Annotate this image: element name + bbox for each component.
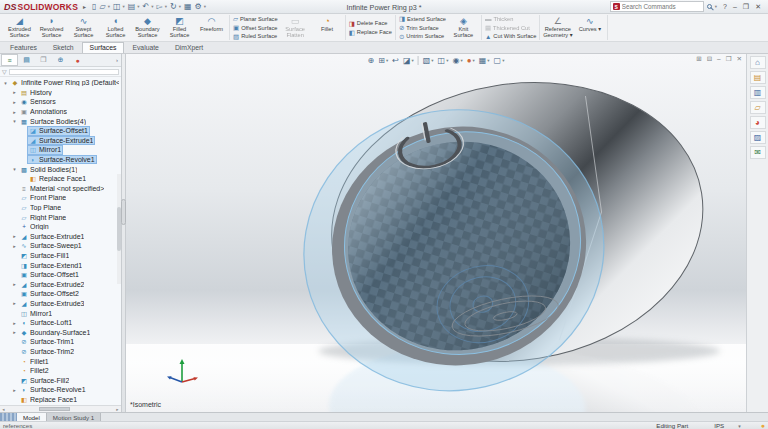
tree-item-surface-offset1[interactable]: ◪Surface-Offset1 xyxy=(0,126,121,136)
tree-caret-icon[interactable]: ▸ xyxy=(11,109,18,115)
tree-item-boundary-surface1[interactable]: ▸◆Boundary-Surface1 xyxy=(0,327,121,337)
zoom-to-fit-button[interactable]: ⊕ xyxy=(368,56,375,65)
search-commands-input[interactable] xyxy=(622,3,700,10)
tree-caret-icon[interactable]: ▸ xyxy=(11,387,18,393)
swept-surface-button[interactable]: ∿Swept Surface xyxy=(68,15,99,40)
view-palette-icon[interactable]: ▱ xyxy=(750,101,766,114)
tree-item-origin[interactable]: +Origin xyxy=(0,222,121,232)
search-icon[interactable] xyxy=(707,4,712,9)
edit-appearance-dropdown-icon[interactable]: ▾ xyxy=(473,58,475,63)
select-icon[interactable]: ▻ xyxy=(156,1,164,13)
panel-flyout-icon[interactable]: › xyxy=(114,57,120,63)
tree-item-mirror1[interactable]: ◫Mirror1 xyxy=(0,308,121,318)
tree-item-infinite-power-ring-p3-default-default-display[interactable]: ▾◆Infinite Power Ring p3 (Default<<Defau… xyxy=(0,78,121,88)
units-dropdown-icon[interactable]: ▾ xyxy=(738,423,741,429)
doc-restore-button[interactable]: ❐ xyxy=(726,55,732,63)
tree-item-surface-fill2[interactable]: ◩Surface-Fill2 xyxy=(0,375,121,385)
design-library-icon[interactable]: ▤ xyxy=(750,71,766,84)
view-settings-dropdown-icon[interactable]: ▾ xyxy=(502,58,504,63)
ruled-surface-button[interactable]: ▨Ruled Surface xyxy=(232,32,279,40)
tree-caret-icon[interactable]: ▸ xyxy=(11,243,18,249)
tree-caret-icon[interactable]: ▸ xyxy=(11,300,18,306)
tab-scroller[interactable] xyxy=(0,413,17,421)
replace-face-button[interactable]: ◧Replace Face xyxy=(348,28,393,36)
forum-icon[interactable]: ✉ xyxy=(750,146,766,159)
tree-item-surface-sweep1[interactable]: ▸∿Surface-Sweep1 xyxy=(0,241,121,251)
tree-item-mirror1[interactable]: ◫Mirror1 xyxy=(0,145,121,155)
view-orientation-dropdown-icon[interactable]: ▾ xyxy=(431,58,433,63)
rebuild-dropdown-icon[interactable]: ▾ xyxy=(179,4,182,9)
tree-item-material-not-specified[interactable]: ≡Material <not specified> xyxy=(0,184,121,194)
tree-item-surface-offset2[interactable]: ▣Surface-Offset2 xyxy=(0,289,121,299)
options-dropdown-icon[interactable]: ▾ xyxy=(204,4,207,9)
scroll-right-icon[interactable]: ▸ xyxy=(114,406,121,412)
tree-item-surface-extrude3[interactable]: ▸◢Surface-Extrude3 xyxy=(0,299,121,309)
tree-item-surface-trim2[interactable]: ⊘Surface-Trim2 xyxy=(0,347,121,357)
tree-horizontal-scrollbar[interactable]: ◂ ▸ xyxy=(0,405,121,412)
dimxpertmanager-tab[interactable]: ⊕ xyxy=(52,54,69,66)
displaymanager-tab[interactable]: ● xyxy=(69,54,86,66)
tree-item-replace-face1[interactable]: ◧Replace Face1 xyxy=(0,395,121,405)
delete-face-button[interactable]: ◨Delete Face xyxy=(348,19,393,27)
doc-tab-model[interactable]: Model xyxy=(17,413,47,421)
custom-properties-icon[interactable]: ▨ xyxy=(750,131,766,144)
filled-surface-button[interactable]: ◩Filled Surface xyxy=(164,15,195,40)
hide-show-items-button[interactable]: ◉▾ xyxy=(452,56,462,65)
reference-geometry-button[interactable]: ∠Reference Geometry ▾ xyxy=(542,15,573,40)
resource-monitor-icon[interactable]: ● xyxy=(761,422,765,429)
tree-caret-icon[interactable]: ▸ xyxy=(11,99,18,105)
undo-icon[interactable]: ↶ xyxy=(142,1,151,13)
open-dropdown-icon[interactable]: ▾ xyxy=(108,4,111,9)
tree-item-surface-extrude2[interactable]: ▸◢Surface-Extrude2 xyxy=(0,279,121,289)
search-dropdown-icon[interactable]: ▾ xyxy=(715,4,717,9)
fillet-button[interactable]: ◔Fillet xyxy=(312,15,343,40)
doc-tab-motion-study-1[interactable]: Motion Study 1 xyxy=(47,413,101,421)
tab-sketch[interactable]: Sketch xyxy=(45,42,82,53)
extend-surface-button[interactable]: ◨Extend Surface xyxy=(398,15,447,23)
solidworks-resources-icon[interactable]: ⌂ xyxy=(750,56,766,69)
featuremanager-tree-tab[interactable]: ≡ xyxy=(1,54,18,66)
tree-item-replace-face1[interactable]: ◧Replace Face1 xyxy=(0,174,121,184)
display-style-dropdown-icon[interactable]: ▾ xyxy=(446,58,448,63)
open-icon[interactable]: ▱ xyxy=(99,1,107,13)
configurationmanager-tab[interactable]: ❐ xyxy=(35,54,52,66)
tree-item-history[interactable]: ▸▤History xyxy=(0,88,121,98)
tree-hscroll-thumb[interactable] xyxy=(39,407,70,411)
undo-dropdown-icon[interactable]: ▾ xyxy=(151,4,154,9)
tree-item-right-plane[interactable]: ▱Right Plane xyxy=(0,212,121,222)
filter-funnel-icon[interactable]: ▽ xyxy=(2,68,7,76)
tree-caret-icon[interactable]: ▾ xyxy=(2,80,9,86)
view-settings-button[interactable]: ▢▾ xyxy=(494,56,505,65)
view-orientation-button[interactable]: ▧▾ xyxy=(423,56,434,65)
tree-item-surface-extend1[interactable]: ◨Surface-Extend1 xyxy=(0,260,121,270)
close-button[interactable]: ✕ xyxy=(752,1,764,13)
doc-minimize-button[interactable]: – xyxy=(717,55,721,63)
menu-flyout-arrow-icon[interactable]: ▸ xyxy=(81,3,88,10)
curves-button[interactable]: ∿Curves ▾ xyxy=(574,15,605,40)
tree-item-surface-revolve1[interactable]: ◗Surface-Revolve1 xyxy=(0,155,121,165)
propertymanager-tab[interactable]: ▤ xyxy=(18,54,35,66)
cut-with-surface-button[interactable]: ▲Cut With Surface xyxy=(484,32,537,40)
tree-caret-icon[interactable]: ▾ xyxy=(11,118,18,124)
scroll-left-icon[interactable]: ◂ xyxy=(0,406,7,412)
select-dropdown-icon[interactable]: ▾ xyxy=(165,4,168,9)
tree-item-sensors[interactable]: ▸◉Sensors xyxy=(0,97,121,107)
apply-scene-dropdown-icon[interactable]: ▾ xyxy=(487,58,489,63)
file-explorer-icon[interactable]: ▥ xyxy=(750,86,766,99)
zoom-to-area-dropdown-icon[interactable]: ▾ xyxy=(386,58,388,63)
doc-close-button[interactable]: ✕ xyxy=(737,55,742,63)
tree-caret-icon[interactable]: ▾ xyxy=(11,166,18,172)
restore-button[interactable]: ❐ xyxy=(740,1,752,13)
tree-item-solid-bodies-1[interactable]: ▾▩Solid Bodies(1) xyxy=(0,164,121,174)
new-icon[interactable]: ▯ xyxy=(91,1,97,13)
extruded-surface-button[interactable]: ◢Extruded Surface xyxy=(4,15,35,40)
tree-item-surface-loft1[interactable]: ▸◖Surface-Loft1 xyxy=(0,318,121,328)
minimize-button[interactable]: – xyxy=(730,1,740,13)
search-commands-box[interactable]: S xyxy=(610,1,704,12)
viewport-single-button[interactable]: ⊟ xyxy=(707,55,712,63)
print-dropdown-icon[interactable]: ▾ xyxy=(137,4,140,9)
tree-item-surface-revolve1[interactable]: ▸◗Surface-Revolve1 xyxy=(0,385,121,395)
hide-show-items-dropdown-icon[interactable]: ▾ xyxy=(460,58,462,63)
knit-surface-button[interactable]: ◈Knit Surface xyxy=(448,15,479,40)
tree-item-front-plane[interactable]: ▱Front Plane xyxy=(0,193,121,203)
